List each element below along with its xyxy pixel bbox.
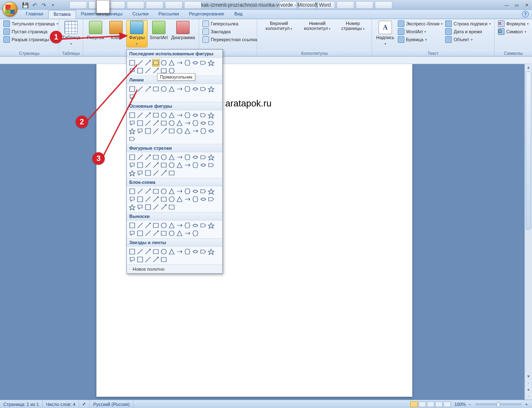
scroll-down-icon[interactable]: ▼: [525, 373, 532, 380]
shape-swatch[interactable]: [144, 161, 152, 169]
shape-swatch[interactable]: [168, 188, 175, 195]
shape-swatch[interactable]: [160, 85, 167, 93]
shape-swatch[interactable]: [184, 127, 191, 135]
shape-swatch[interactable]: [128, 248, 136, 255]
shape-swatch[interactable]: [144, 188, 152, 195]
taskbar-tab[interactable]: [165, 1, 182, 9]
save-icon[interactable]: 💾: [22, 1, 29, 9]
shape-swatch[interactable]: [184, 188, 191, 195]
shape-swatch[interactable]: [128, 195, 136, 203]
shape-swatch[interactable]: [192, 85, 199, 93]
shape-swatch[interactable]: [136, 188, 144, 195]
taskbar-tab[interactable]: [146, 1, 163, 9]
shape-swatch[interactable]: [152, 195, 160, 203]
page-number-button[interactable]: Номер страницы: [337, 20, 369, 32]
shape-swatch[interactable]: [200, 153, 207, 161]
shape-swatch[interactable]: [192, 222, 199, 229]
shape-swatch[interactable]: [160, 188, 167, 195]
shape-swatch[interactable]: [168, 111, 175, 119]
bookmark-button[interactable]: Закладка: [202, 28, 258, 35]
shape-swatch[interactable]: [160, 230, 167, 237]
shape-swatch[interactable]: [176, 248, 183, 255]
shape-swatch[interactable]: [176, 127, 183, 135]
shape-swatch[interactable]: [200, 195, 207, 203]
shape-swatch[interactable]: [128, 256, 136, 263]
shape-swatch[interactable]: [176, 161, 183, 169]
object-button[interactable]: Объект: [444, 36, 491, 43]
shape-swatch[interactable]: [184, 222, 191, 229]
shape-swatch[interactable]: [136, 195, 144, 203]
shape-swatch[interactable]: [200, 188, 207, 195]
shape-swatch[interactable]: [160, 256, 167, 263]
shape-swatch[interactable]: [128, 169, 136, 177]
shape-swatch[interactable]: [168, 161, 175, 169]
shape-swatch[interactable]: [176, 195, 183, 203]
taskbar-tab[interactable]: [108, 1, 125, 9]
shape-swatch[interactable]: [207, 188, 215, 195]
shape-swatch[interactable]: [207, 59, 215, 67]
shape-swatch[interactable]: [192, 230, 199, 237]
shape-swatch[interactable]: [128, 85, 136, 93]
view-web-layout[interactable]: [427, 401, 434, 407]
shape-swatch[interactable]: [200, 248, 207, 255]
shape-swatch[interactable]: [168, 119, 175, 127]
shape-swatch[interactable]: [160, 127, 167, 135]
shape-swatch[interactable]: [152, 127, 160, 135]
shape-swatch[interactable]: [152, 230, 160, 237]
shape-swatch[interactable]: [184, 85, 191, 93]
shape-swatch[interactable]: [184, 195, 191, 203]
shape-swatch[interactable]: [144, 169, 152, 177]
shape-swatch[interactable]: [128, 93, 136, 101]
drop-cap-button[interactable]: Буквица: [397, 36, 444, 43]
zoom-level[interactable]: 100%: [454, 402, 466, 407]
shape-swatch[interactable]: [128, 161, 136, 169]
shape-swatch[interactable]: [136, 248, 144, 255]
smartart-button[interactable]: SmartArt: [148, 20, 169, 41]
shape-swatch[interactable]: [128, 153, 136, 161]
shape-swatch[interactable]: [152, 256, 160, 263]
taskbar-tab[interactable]: [375, 1, 392, 9]
chart-button[interactable]: Диаграмма: [170, 20, 196, 41]
shape-swatch[interactable]: [200, 222, 207, 229]
shape-swatch[interactable]: [176, 188, 183, 195]
office-button[interactable]: [2, 2, 17, 17]
date-time-button[interactable]: Дата и время: [444, 28, 491, 35]
shape-swatch[interactable]: [136, 127, 144, 135]
shape-swatch[interactable]: [152, 203, 160, 211]
shape-swatch[interactable]: [200, 161, 207, 169]
shape-swatch[interactable]: [152, 119, 160, 127]
shape-swatch[interactable]: [200, 111, 207, 119]
new-canvas-button[interactable]: Новое полотно: [127, 265, 222, 273]
shape-swatch[interactable]: [176, 230, 183, 237]
signature-line-button[interactable]: Строка подписи: [444, 20, 491, 27]
tab-review[interactable]: Рецензирование: [184, 10, 229, 19]
symbol-button[interactable]: ΩСимвол: [497, 28, 530, 35]
shape-swatch[interactable]: [168, 85, 175, 93]
clip-art-button[interactable]: Клип: [106, 20, 126, 41]
view-print-layout[interactable]: [410, 401, 418, 407]
shape-swatch[interactable]: [168, 153, 175, 161]
picture-button[interactable]: Рисунок: [86, 20, 106, 41]
shape-swatch[interactable]: [160, 153, 167, 161]
shape-swatch[interactable]: [136, 203, 144, 211]
shape-swatch[interactable]: [136, 222, 144, 229]
shape-swatch[interactable]: [207, 222, 215, 229]
taskbar-tab[interactable]: [127, 1, 144, 9]
minimize-button[interactable]: —: [503, 2, 510, 8]
table-button[interactable]: Таблица: [62, 20, 81, 47]
status-proofing[interactable]: ✔: [79, 400, 90, 408]
shape-swatch[interactable]: [136, 85, 144, 93]
shape-swatch[interactable]: [168, 127, 175, 135]
next-page-icon[interactable]: ◦: [525, 393, 532, 400]
cover-page-button[interactable]: Титульная страница: [2, 20, 59, 27]
shape-swatch[interactable]: [160, 248, 167, 255]
shape-swatch[interactable]: [184, 153, 191, 161]
taskbar-tab[interactable]: [69, 1, 87, 9]
shape-swatch[interactable]: [200, 59, 207, 67]
taskbar-tab[interactable]: [279, 1, 297, 9]
tab-insert[interactable]: Вставка: [48, 10, 76, 19]
shape-swatch[interactable]: [168, 230, 175, 237]
shape-swatch[interactable]: [152, 188, 160, 195]
shape-swatch[interactable]: [207, 161, 215, 169]
shape-swatch[interactable]: [128, 188, 136, 195]
